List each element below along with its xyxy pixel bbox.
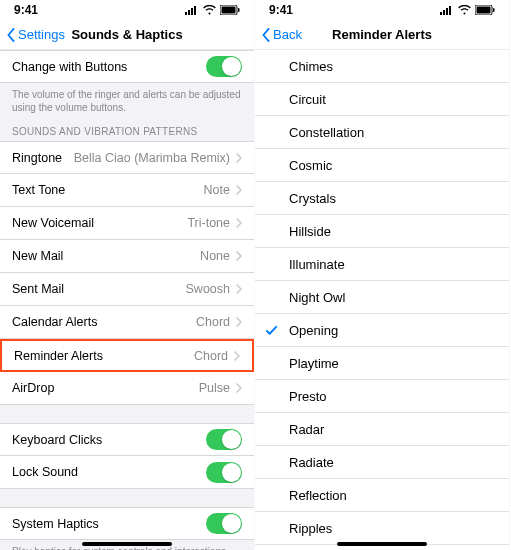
chevron-left-icon xyxy=(261,28,271,42)
chevron-right-icon xyxy=(234,351,240,361)
row-value: Pulse xyxy=(199,381,230,395)
phone-sounds-haptics: 9:41 Settings Sounds & Haptics Change wi… xyxy=(0,0,255,550)
chevron-right-icon xyxy=(236,284,242,294)
status-icons xyxy=(185,5,240,15)
tone-row[interactable]: Crystals xyxy=(255,182,509,215)
svg-rect-5 xyxy=(222,7,236,14)
tone-row[interactable]: Radiate xyxy=(255,446,509,479)
svg-rect-13 xyxy=(493,8,495,12)
row-label: AirDrop xyxy=(12,381,199,395)
row-value: Swoosh xyxy=(186,282,230,296)
back-label: Settings xyxy=(18,27,65,42)
chevron-right-icon xyxy=(236,317,242,327)
row-label: Text Tone xyxy=(12,183,204,197)
svg-rect-7 xyxy=(440,12,442,15)
tone-list[interactable]: ChimesCircuitConstellationCosmicCrystals… xyxy=(255,50,509,550)
new-voicemail-row[interactable]: New Voicemail Tri-tone xyxy=(0,207,254,240)
chevron-right-icon xyxy=(236,251,242,261)
tone-label: Opening xyxy=(289,323,338,338)
lock-sound-toggle[interactable] xyxy=(206,462,242,483)
tone-row[interactable]: Radar xyxy=(255,413,509,446)
status-icons xyxy=(440,5,495,15)
tone-row[interactable]: Presto xyxy=(255,380,509,413)
status-time: 9:41 xyxy=(14,3,38,17)
sent-mail-row[interactable]: Sent Mail Swoosh xyxy=(0,273,254,306)
svg-rect-8 xyxy=(443,10,445,15)
sounds-patterns-header: SOUNDS AND VIBRATION PATTERNS xyxy=(0,122,254,141)
tone-row[interactable]: Hillside xyxy=(255,215,509,248)
row-label: Lock Sound xyxy=(12,465,206,479)
chevron-right-icon xyxy=(236,383,242,393)
tone-row[interactable]: Reflection xyxy=(255,479,509,512)
system-haptics-row[interactable]: System Haptics xyxy=(0,507,254,540)
row-label: Keyboard Clicks xyxy=(12,433,206,447)
chevron-right-icon xyxy=(236,185,242,195)
svg-rect-9 xyxy=(446,8,448,15)
row-value: Chord xyxy=(194,349,228,363)
row-label: System Haptics xyxy=(12,517,206,531)
row-value: Note xyxy=(204,183,230,197)
tone-label: Reflection xyxy=(289,488,347,503)
svg-rect-1 xyxy=(188,10,190,15)
change-with-buttons-toggle[interactable] xyxy=(206,56,242,77)
tone-label: Radar xyxy=(289,422,324,437)
tone-label: Radiate xyxy=(289,455,334,470)
calendar-alerts-row[interactable]: Calendar Alerts Chord xyxy=(0,306,254,339)
svg-rect-10 xyxy=(449,6,451,15)
home-indicator[interactable] xyxy=(82,542,172,546)
battery-icon xyxy=(220,5,240,15)
status-time: 9:41 xyxy=(269,3,293,17)
reminder-alerts-row[interactable]: Reminder Alerts Chord xyxy=(0,339,254,372)
wifi-icon xyxy=(203,5,216,15)
signal-icon xyxy=(185,5,199,15)
ringtone-row[interactable]: Ringtone Bella Ciao (Marimba Remix) xyxy=(0,141,254,174)
tone-label: Chimes xyxy=(289,59,333,74)
new-mail-row[interactable]: New Mail None xyxy=(0,240,254,273)
keyboard-clicks-row[interactable]: Keyboard Clicks xyxy=(0,423,254,456)
home-indicator[interactable] xyxy=(337,542,427,546)
row-value: Chord xyxy=(196,315,230,329)
checkmark-icon xyxy=(265,324,278,337)
tone-row[interactable]: Ripples xyxy=(255,512,509,545)
back-button[interactable]: Settings xyxy=(6,27,65,42)
lock-sound-row[interactable]: Lock Sound xyxy=(0,456,254,489)
row-label: Calendar Alerts xyxy=(12,315,196,329)
battery-icon xyxy=(475,5,495,15)
tone-label: Ripples xyxy=(289,521,332,536)
tone-label: Cosmic xyxy=(289,158,332,173)
tone-row[interactable]: Opening xyxy=(255,314,509,347)
tone-row[interactable]: Illuminate xyxy=(255,248,509,281)
chevron-right-icon xyxy=(236,218,242,228)
tone-row[interactable]: Circuit xyxy=(255,83,509,116)
tone-label: Playtime xyxy=(289,356,339,371)
row-label: Reminder Alerts xyxy=(14,349,194,363)
change-with-buttons-row[interactable]: Change with Buttons xyxy=(0,50,254,83)
row-label: New Voicemail xyxy=(12,216,187,230)
chevron-left-icon xyxy=(6,28,16,42)
row-value: Bella Ciao (Marimba Remix) xyxy=(74,151,230,165)
svg-rect-6 xyxy=(238,8,240,12)
nav-bar: Back Reminder Alerts xyxy=(255,20,509,50)
tone-row[interactable]: Night Owl xyxy=(255,281,509,314)
tone-row[interactable]: Constellation xyxy=(255,116,509,149)
svg-rect-12 xyxy=(477,7,491,14)
row-value: Tri-tone xyxy=(187,216,230,230)
tone-label: Hillside xyxy=(289,224,331,239)
tone-label: Circuit xyxy=(289,92,326,107)
airdrop-row[interactable]: AirDrop Pulse xyxy=(0,372,254,405)
nav-bar: Settings Sounds & Haptics xyxy=(0,20,254,50)
back-button[interactable]: Back xyxy=(261,27,302,42)
tone-label: Night Owl xyxy=(289,290,345,305)
volume-note: The volume of the ringer and alerts can … xyxy=(0,83,254,122)
tone-row[interactable]: Playtime xyxy=(255,347,509,380)
keyboard-clicks-toggle[interactable] xyxy=(206,429,242,450)
tone-row[interactable]: Chimes xyxy=(255,50,509,83)
text-tone-row[interactable]: Text Tone Note xyxy=(0,174,254,207)
system-haptics-toggle[interactable] xyxy=(206,513,242,534)
wifi-icon xyxy=(458,5,471,15)
back-label: Back xyxy=(273,27,302,42)
change-with-buttons-label: Change with Buttons xyxy=(12,60,206,74)
tone-label: Illuminate xyxy=(289,257,345,272)
tone-row[interactable]: Cosmic xyxy=(255,149,509,182)
settings-content[interactable]: Change with Buttons The volume of the ri… xyxy=(0,50,254,550)
